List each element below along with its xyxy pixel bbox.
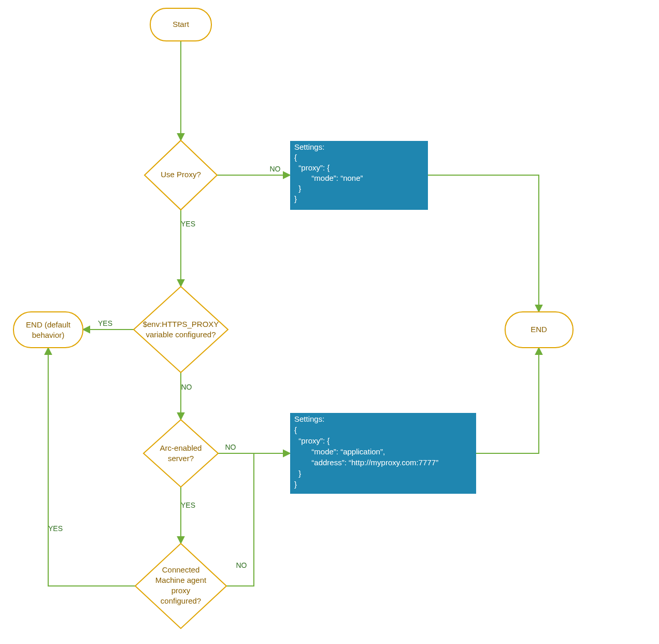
proxy-none-line-4: } [294,184,301,193]
node-end-default-line2: behavior) [32,331,65,339]
node-end-default: END (default behavior) [13,312,83,348]
label-cmagent-yes: YES [48,524,63,533]
node-use-proxy: Use Proxy? [145,140,217,210]
edge-cmagent-yes [48,348,136,586]
proxy-none-line-5: } [294,194,297,203]
node-start: Start [150,8,211,41]
label-useproxy-no: NO [270,165,281,173]
node-end-label: END [531,325,547,334]
node-use-proxy-label: Use Proxy? [161,170,201,179]
label-useproxy-yes: YES [181,220,195,228]
node-start-label: Start [173,20,190,28]
edge-proxyapp-to-end [476,348,539,453]
label-envvar-yes: YES [98,319,112,327]
proxy-none-line-1: { [294,153,297,162]
proxy-app-line-1: { [294,425,297,434]
node-arc-line1: Arc-enabled [160,443,202,452]
proxy-app-line-4: “address”: “http://myproxy.com:7777” [294,458,438,467]
svg-rect-4 [13,312,83,348]
proxy-app-line-6: } [294,480,297,489]
edge-proxynone-to-end [428,175,539,312]
node-cm-agent-line3: proxy [171,586,191,595]
node-env-var-line1: $env:HTTPS_PROXY [143,320,219,328]
label-cmagent-no: NO [236,561,247,569]
node-env-var: $env:HTTPS_PROXY variable configured? [134,287,228,373]
proxy-app-line-3: “mode”: “application”, [294,447,385,456]
node-proxy-none: Settings: { “proxy”: { “mode”: “none” } … [290,141,428,210]
node-arc-line2: server? [168,454,194,463]
label-arc-yes: YES [181,501,195,509]
label-envvar-no: NO [181,383,192,391]
node-arc-enabled: Arc-enabled server? [144,420,218,487]
proxy-app-line-5: } [294,469,301,478]
node-proxy-app: Settings: { “proxy”: { “mode”: “applicat… [290,413,476,494]
node-end-default-line1: END (default [26,320,71,329]
proxy-app-line-0: Settings: [294,414,324,423]
proxy-app-line-2: “proxy”: { [294,436,330,445]
node-cm-agent: Connected Machine agent proxy configured… [135,543,226,628]
node-cm-agent-line2: Machine agent [155,576,207,584]
proxy-none-line-3: “mode”: “none” [294,174,363,182]
node-env-var-line2: variable configured? [146,330,216,339]
node-end: END [505,312,573,348]
node-cm-agent-line4: configured? [161,596,201,605]
label-arc-no: NO [225,443,236,451]
flowchart: NO YES YES NO NO YES NO YES Start Use Pr… [0,0,659,644]
proxy-none-line-0: Settings: [294,142,324,151]
proxy-none-line-2: “proxy”: { [294,163,330,172]
node-cm-agent-line1: Connected [162,565,200,574]
